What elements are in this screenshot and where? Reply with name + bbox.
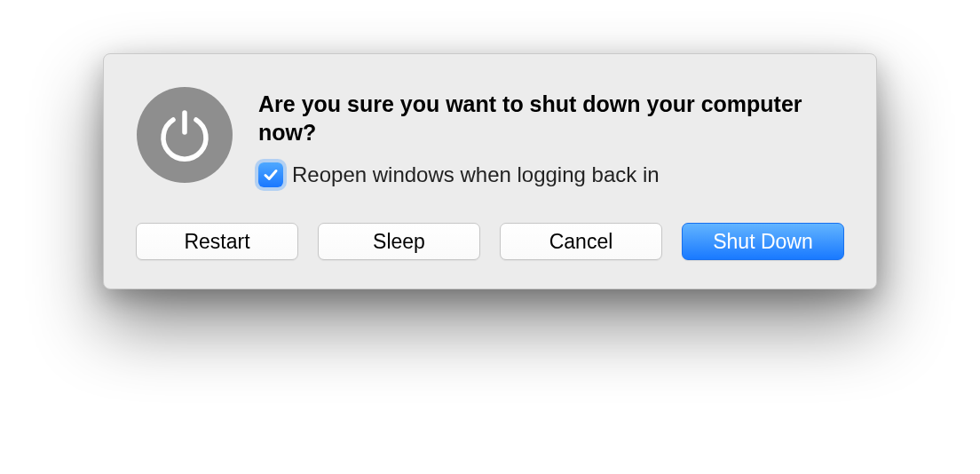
restart-button[interactable]: Restart [136, 223, 298, 260]
dialog-text-column: Are you sure you want to shut down your … [258, 86, 844, 187]
dialog-content: Are you sure you want to shut down your … [136, 86, 844, 187]
shutdown-button[interactable]: Shut Down [682, 223, 844, 260]
shutdown-dialog: Are you sure you want to shut down your … [103, 53, 877, 289]
check-icon [262, 166, 280, 184]
shutdown-button-label: Shut Down [713, 230, 813, 254]
cancel-button[interactable]: Cancel [500, 223, 662, 260]
dialog-button-row: Restart Sleep Cancel Shut Down [136, 223, 844, 260]
dialog-icon-wrap [136, 86, 233, 184]
reopen-windows-label: Reopen windows when logging back in [292, 162, 660, 187]
sleep-button-label: Sleep [373, 230, 425, 254]
dialog-title: Are you sure you want to shut down your … [258, 90, 844, 146]
reopen-windows-checkbox[interactable] [258, 162, 283, 187]
sleep-button[interactable]: Sleep [318, 223, 480, 260]
reopen-windows-row: Reopen windows when logging back in [258, 162, 844, 187]
restart-button-label: Restart [184, 230, 249, 254]
cancel-button-label: Cancel [549, 230, 613, 254]
power-icon [137, 87, 233, 183]
